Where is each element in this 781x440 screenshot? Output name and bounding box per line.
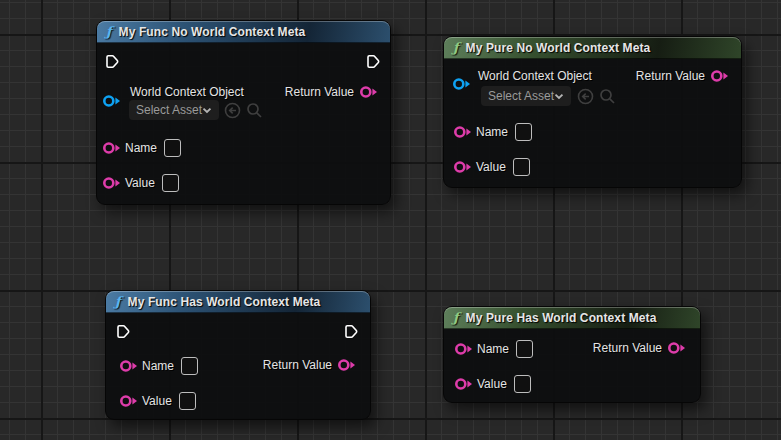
pin-label-name: Name [125, 141, 157, 155]
pin-label-value: Value [476, 160, 506, 174]
value-input[interactable] [513, 158, 530, 176]
pin-label-name: Name [476, 125, 508, 139]
value-pin[interactable] [454, 377, 473, 391]
pin-label-value: Value [477, 377, 507, 391]
pin-label-value: Value [142, 394, 172, 408]
chevron-down-icon [202, 107, 212, 114]
name-pin[interactable] [102, 141, 121, 155]
node-header[interactable]: ƒ My Func Has World Context Meta [106, 291, 370, 313]
pin-label-return-value: Return Value [593, 341, 662, 355]
name-input[interactable] [516, 340, 533, 358]
blueprint-graph[interactable]: ƒ My Func No World Context Meta World Co… [0, 0, 781, 440]
select-asset-label: Select Asset [488, 89, 554, 103]
value-input[interactable] [162, 174, 179, 192]
value-pin[interactable] [119, 394, 138, 408]
function-icon: ƒ [453, 311, 459, 324]
value-pin[interactable] [453, 160, 472, 174]
node-header[interactable]: ƒ My Func No World Context Meta [97, 21, 390, 43]
return-value-pin[interactable] [359, 85, 378, 99]
exec-out-pin[interactable] [366, 54, 380, 69]
node-title: My Pure Has World Context Meta [466, 311, 657, 325]
pin-label-name: Name [477, 342, 509, 356]
select-asset-dropdown[interactable]: Select Asset [129, 100, 219, 120]
node-my-func-has-world-context-meta[interactable]: ƒ My Func Has World Context Meta Name Re… [105, 290, 371, 420]
pin-label-value: Value [125, 176, 155, 190]
value-pin[interactable] [102, 176, 121, 190]
world-context-object-pin[interactable] [452, 77, 471, 91]
name-pin[interactable] [119, 359, 138, 373]
name-input[interactable] [515, 123, 532, 141]
name-input[interactable] [181, 357, 198, 375]
node-header[interactable]: ƒ My Pure No World Context Meta [444, 37, 741, 59]
world-context-object-pin[interactable] [102, 94, 121, 108]
function-icon: ƒ [453, 41, 459, 54]
return-value-pin[interactable] [667, 341, 686, 355]
function-icon: ƒ [106, 25, 112, 38]
pin-label-name: Name [142, 359, 174, 373]
browse-asset-icon[interactable] [599, 88, 616, 105]
node-my-pure-no-world-context-meta[interactable]: ƒ My Pure No World Context Meta World Co… [443, 36, 742, 188]
exec-in-pin[interactable] [105, 54, 119, 69]
pin-label-world-context-object: World Context Object [478, 69, 592, 83]
select-asset-dropdown[interactable]: Select Asset [481, 86, 571, 106]
function-icon: ƒ [115, 295, 121, 308]
value-input[interactable] [179, 392, 196, 410]
name-input[interactable] [164, 139, 181, 157]
use-selected-asset-icon[interactable] [577, 88, 594, 105]
node-my-pure-has-world-context-meta[interactable]: ƒ My Pure Has World Context Meta Name Re… [443, 306, 701, 403]
node-title: My Func Has World Context Meta [128, 295, 321, 309]
pin-label-return-value: Return Value [636, 69, 705, 83]
browse-asset-icon[interactable] [246, 102, 263, 119]
use-selected-asset-icon[interactable] [224, 102, 241, 119]
exec-in-pin[interactable] [116, 324, 130, 339]
pin-label-world-context-object: World Context Object [130, 85, 244, 99]
node-title: My Pure No World Context Meta [466, 41, 651, 55]
node-my-func-no-world-context-meta[interactable]: ƒ My Func No World Context Meta World Co… [96, 20, 391, 205]
select-asset-label: Select Asset [136, 103, 202, 117]
value-input[interactable] [514, 375, 531, 393]
node-header[interactable]: ƒ My Pure Has World Context Meta [444, 307, 700, 329]
return-value-pin[interactable] [337, 358, 356, 372]
name-pin[interactable] [453, 125, 472, 139]
return-value-pin[interactable] [710, 69, 729, 83]
chevron-down-icon [554, 93, 564, 100]
pin-label-return-value: Return Value [263, 358, 332, 372]
pin-label-return-value: Return Value [285, 85, 354, 99]
node-title: My Func No World Context Meta [119, 25, 306, 39]
exec-out-pin[interactable] [344, 324, 358, 339]
name-pin[interactable] [454, 342, 473, 356]
